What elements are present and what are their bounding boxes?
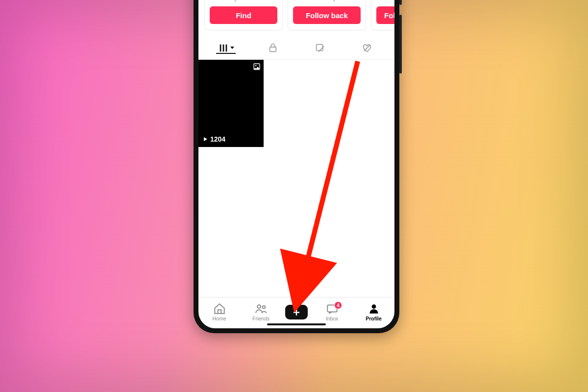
nav-label: Home [212,316,226,321]
phone-side-button [399,0,402,5]
suggestion-card: Find your friends Find [204,0,283,30]
svg-rect-2 [225,44,227,51]
svg-point-10 [371,304,376,309]
tab-feed[interactable] [202,43,249,53]
gesture-bar [267,323,326,325]
play-icon [202,136,208,142]
profile-tabs [198,36,394,60]
follow-back-button[interactable]: Follow back [293,6,361,24]
heart-hidden-icon [362,43,372,53]
svg-point-8 [262,306,265,309]
nav-friends[interactable]: Friends [240,302,282,321]
inbox-badge: 4 [334,301,342,309]
svg-rect-0 [220,44,221,51]
nav-inbox[interactable]: 4 Inbox [311,302,353,321]
nav-profile[interactable]: Profile [353,302,394,321]
suggestion-row: Find your friends Find Follows you Follo… [198,0,394,36]
phone-screen: Find your friends Find Follows you Follo… [198,0,394,328]
feed-icon [218,43,229,53]
gradient-background: Find your friends Find Follows you Follo… [0,0,588,392]
suggestion-subtitle: Foll [376,0,394,1]
video-thumbnail[interactable]: 1204 [198,60,264,147]
profile-icon [368,302,380,315]
nav-label: Inbox [326,316,339,321]
svg-point-7 [257,305,261,308]
suggestion-card: Foll Follo [371,0,394,30]
nav-create[interactable]: ＋ [282,305,311,319]
svg-rect-3 [270,47,276,51]
home-icon [213,302,226,315]
find-button[interactable]: Find [210,6,277,24]
phone-frame: Find your friends Find Follows you Follo… [194,0,399,333]
nav-label: Profile [366,316,382,321]
tab-liked[interactable] [343,43,391,53]
svg-point-6 [255,65,257,67]
play-count: 1204 [202,135,225,143]
create-button[interactable]: ＋ [285,305,308,319]
friends-icon [255,302,268,315]
tab-private[interactable] [249,43,296,53]
follow-button[interactable]: Follo [376,6,394,24]
nav-home[interactable]: Home [198,302,240,321]
plus-icon: ＋ [291,307,302,318]
suggestion-subtitle: Find your friends [210,0,277,1]
lock-icon [268,43,278,53]
image-icon [253,63,261,73]
svg-rect-1 [222,44,224,51]
nav-label: Friends [252,316,270,321]
chevron-down-icon [230,47,234,49]
phone-side-button [399,15,402,74]
suggestion-card: Follows you Follow back [288,0,366,30]
repost-icon [315,43,325,53]
tab-reposts[interactable] [296,43,343,53]
suggestion-subtitle: Follows you [293,0,361,1]
video-grid: 1204 [198,60,394,297]
play-count-value: 1204 [210,135,225,143]
svg-rect-4 [317,44,323,50]
